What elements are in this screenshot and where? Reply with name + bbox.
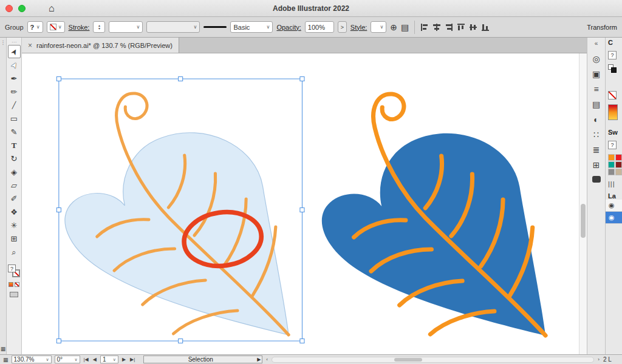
selection-handle[interactable] [300,77,304,81]
selection-handle[interactable] [300,208,304,212]
home-icon[interactable]: ⌂ [49,4,55,13]
fullscreen-window-button[interactable] [18,5,26,12]
none-mode-icon[interactable] [15,282,19,287]
stroke-panel-icon[interactable]: ≡ [593,85,598,93]
direct-selection-tool[interactable]: ➤ [8,58,21,72]
eraser-tool[interactable]: ◈ [8,165,21,178]
brushes-icon[interactable]: ||| [608,180,615,187]
blend-tool[interactable]: ❖ [8,205,21,218]
color-swatch[interactable] [615,161,622,168]
swatches-panel-header[interactable]: Sw [608,129,618,136]
pattern-options-panel-icon[interactable]: ∷ [593,130,599,139]
rectangle-tool[interactable]: ▭ [8,112,21,125]
artboards-panel-icon[interactable]: ⊞ [593,161,600,169]
vertical-scrollbar-thumb[interactable] [581,204,586,238]
horizontal-scrollbar-thumb[interactable] [394,358,422,362]
color-swatch[interactable] [608,169,615,175]
brush-definition-dropdown[interactable]: Basic [230,21,273,33]
paintbrush-tool[interactable]: ✎ [8,125,21,138]
gradient-mode-icon[interactable] [9,282,13,287]
status-display[interactable]: Selection ▶ [143,356,262,363]
opacity-more-button[interactable]: > [338,21,347,33]
stroke-weight-dropdown[interactable] [109,21,143,33]
eye-icon[interactable]: ◉ [609,214,615,221]
close-window-button[interactable] [5,5,13,12]
expand-panels-icon[interactable]: « [595,40,598,47]
transform-panel-label[interactable]: Transform [587,24,617,31]
eyedropper-tool[interactable]: ✐ [8,192,21,205]
document-tab[interactable]: × rainforest-neon.ai* @ 130.7 % (RGB/Pre… [22,38,179,53]
pen-tool[interactable]: ✒ [8,72,21,85]
align-right-icon[interactable] [445,23,453,32]
scale-tool[interactable]: ▱ [8,178,21,192]
selection-handle[interactable] [56,208,61,212]
selection-handle[interactable] [179,339,183,343]
layers-panel-header[interactable]: La [608,192,616,200]
rotation-dropdown[interactable]: 0° [55,356,80,363]
selection-handle[interactable] [300,339,304,343]
layer-visibility-row[interactable]: ◉ [606,200,622,212]
artboard-number-dropdown[interactable]: 1 [100,356,118,363]
stepper-down-icon[interactable]: ▾ [98,27,100,30]
gradient-swatch[interactable] [608,104,618,120]
align-bottom-icon[interactable] [481,23,490,32]
leaf-artwork-final[interactable] [322,94,545,335]
eye-icon[interactable]: ◉ [609,201,615,209]
color-swatch[interactable] [608,154,615,161]
scroll-left-icon[interactable]: ‹ [265,357,268,362]
stroke-label[interactable]: Stroke: [69,24,90,31]
fill-color-dropdown[interactable]: ? [27,21,43,33]
comments-panel-icon[interactable] [592,176,601,183]
leaf-artwork-selected[interactable] [65,93,289,335]
fill-stroke-indicator[interactable]: ? [8,265,20,277]
align-left-icon[interactable] [420,23,429,32]
dock-panel-icon[interactable]: ▦ [1,346,6,352]
transparency-panel-icon[interactable]: ◐ [593,115,598,124]
close-tab-icon[interactable]: × [28,41,32,50]
toolbar-drag-handle[interactable]: ⋯ [12,40,16,45]
stroke-weight-stepper[interactable]: ▴▾ [93,21,105,33]
first-artboard-icon[interactable]: |◀ [83,357,89,362]
layer-visibility-row-selected[interactable]: ◉ [606,212,622,224]
canvas[interactable] [22,53,587,354]
color-panel-header[interactable]: C [608,39,613,46]
rotate-tool[interactable]: ↻ [8,152,21,165]
align-top-icon[interactable] [457,23,465,32]
color-swatch[interactable] [615,154,622,161]
style-label[interactable]: Style: [350,24,367,31]
previous-artboard-icon[interactable]: ◀ [92,357,97,362]
symbol-sprayer-tool[interactable]: ✳ [8,218,21,232]
opacity-label[interactable]: Opacity: [276,24,301,31]
fill-stroke-proxy-icon[interactable] [608,64,618,73]
document-setup-icon[interactable]: ▤ [401,22,409,32]
scroll-right-icon[interactable]: › [597,357,600,362]
selection-handle[interactable] [56,77,61,81]
color-guide-panel-icon[interactable]: ▣ [592,70,600,78]
align-panel-icon[interactable]: ≣ [593,146,600,154]
status-menu-icon[interactable]: ▶ [257,357,262,362]
next-artboard-icon[interactable]: ▶ [121,357,126,362]
stroke-color-dropdown[interactable] [47,21,65,33]
opacity-input[interactable]: 100% [305,21,334,33]
selection-handle[interactable] [56,339,61,343]
fill-swatch[interactable]: ? [8,265,16,272]
variable-width-profile-dropdown[interactable] [146,21,200,33]
selection-handle[interactable] [179,77,183,81]
horizontal-scrollbar[interactable] [272,357,594,363]
align-horizontal-center-icon[interactable] [432,23,441,32]
graphic-style-dropdown[interactable] [371,21,386,33]
none-swatch[interactable] [608,91,617,99]
document-setup-globe-icon[interactable]: ⊕ [390,22,397,32]
zoom-tool[interactable]: ⌕ [8,245,21,258]
selection-tool[interactable]: ➤ [8,45,21,58]
align-vertical-center-icon[interactable] [469,23,477,32]
vertical-scrollbar[interactable] [579,53,587,354]
color-panel-icon[interactable]: ◎ [592,55,600,63]
draw-mode-icon[interactable] [10,292,18,297]
gradient-panel-icon[interactable]: ▤ [592,100,600,109]
type-tool[interactable]: T [8,138,21,152]
line-segment-tool[interactable]: ╱ [8,98,21,112]
left-dock-strip[interactable]: ⋮ ▦ [0,38,7,354]
curvature-tool[interactable]: ✏ [8,85,21,98]
color-swatch[interactable] [608,161,615,168]
